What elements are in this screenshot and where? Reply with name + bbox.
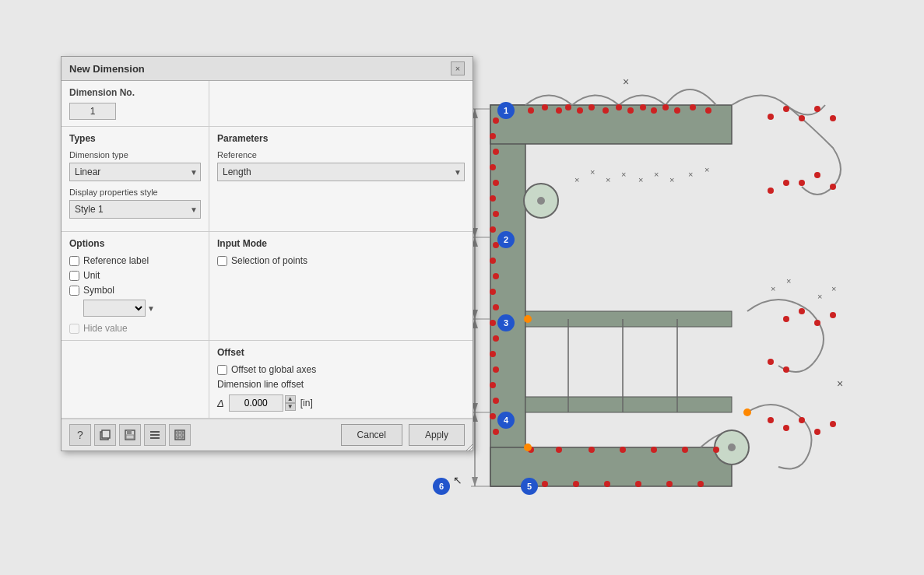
svg-rect-133	[150, 434, 160, 436]
svg-line-141	[469, 447, 473, 451]
hide-value-cb-text: Hide value	[83, 323, 128, 334]
symbol-checkbox-row[interactable]: Symbol	[69, 285, 201, 296]
new-dimension-dialog: New Dimension × Dimension No. 1 Types Di…	[61, 56, 473, 451]
reference-select[interactable]: Length Angle Radius	[217, 163, 465, 181]
svg-point-54	[490, 351, 496, 357]
svg-point-96	[743, 408, 751, 416]
hide-value-checkbox-row[interactable]: Hide value	[69, 323, 201, 334]
svg-rect-5	[525, 397, 732, 412]
offset-spinner: ▲ ▼	[285, 395, 296, 411]
svg-point-49	[493, 273, 499, 279]
svg-text:×: ×	[831, 284, 836, 293]
dimension-no-label: Dimension No.	[69, 87, 201, 98]
hide-value-checkbox[interactable]	[69, 324, 79, 334]
params-section: Parameters Reference Length Angle Radius…	[209, 127, 473, 231]
offset-header: Offset	[217, 347, 465, 358]
offset-global-cb-text: Offset to global axes	[231, 364, 316, 375]
svg-point-59	[493, 429, 499, 435]
dialog-close-button[interactable]: ×	[451, 61, 465, 75]
svg-point-86	[830, 312, 836, 318]
svg-rect-2	[490, 105, 732, 144]
svg-text:5: 5	[527, 482, 532, 491]
unit-checkbox-row[interactable]: Unit	[69, 270, 201, 281]
svg-point-37	[690, 104, 696, 110]
list-button[interactable]	[144, 424, 166, 446]
reference-label-cb-text: Reference label	[83, 255, 149, 266]
svg-point-70	[682, 447, 688, 453]
svg-rect-128	[102, 430, 110, 438]
svg-line-140	[466, 444, 473, 451]
svg-point-79	[814, 172, 820, 178]
svg-point-34	[651, 107, 657, 114]
svg-text:×: ×	[786, 276, 791, 286]
svg-text:↖: ↖	[453, 474, 462, 486]
svg-point-45	[493, 211, 499, 217]
types-section: Types Dimension type Linear Angular Radi…	[61, 127, 209, 231]
svg-point-21	[537, 197, 545, 205]
apply-button[interactable]: Apply	[409, 424, 465, 446]
svg-point-39	[493, 117, 499, 124]
svg-point-74	[783, 106, 789, 112]
reference-label-checkbox-row[interactable]: Reference label	[69, 255, 201, 266]
symbol-dropdown: ▼	[83, 300, 201, 317]
dim-type-label: Dimension type	[69, 150, 201, 160]
svg-point-46	[490, 226, 496, 233]
svg-point-81	[768, 188, 774, 194]
svg-point-47	[493, 242, 499, 248]
dimension-no-section: Dimension No. 1	[61, 81, 209, 126]
reference-label-checkbox[interactable]	[69, 256, 79, 266]
resize-handle[interactable]	[463, 441, 473, 451]
offset-spinner-up[interactable]: ▲	[285, 395, 296, 403]
svg-point-91	[799, 417, 805, 423]
selection-points-checkbox[interactable]	[217, 256, 227, 266]
offset-global-checkbox-row[interactable]: Offset to global axes	[217, 364, 465, 375]
svg-rect-137	[181, 432, 183, 434]
svg-rect-136	[177, 432, 179, 434]
delta-symbol: Δ	[217, 398, 224, 409]
dim-line-offset-input[interactable]	[229, 394, 283, 412]
svg-point-57	[493, 398, 499, 404]
dimension-no-value[interactable]: 1	[69, 103, 116, 120]
offset-spinner-down[interactable]: ▼	[285, 403, 296, 411]
engineering-drawing: ×	[413, 62, 919, 560]
screen-button[interactable]	[169, 424, 191, 446]
svg-text:×: ×	[669, 175, 674, 184]
svg-text:×: ×	[638, 175, 643, 184]
types-header: Types	[69, 133, 201, 144]
copy-button[interactable]	[94, 424, 116, 446]
svg-point-62	[556, 447, 562, 453]
save-button[interactable]	[119, 424, 141, 446]
svg-point-29	[588, 104, 595, 110]
svg-point-77	[830, 115, 836, 121]
svg-point-64	[588, 447, 595, 453]
svg-point-38	[705, 107, 711, 114]
offset-global-checkbox[interactable]	[217, 365, 227, 375]
dimension-no-right-panel	[209, 81, 473, 126]
types-params-row: Types Dimension type Linear Angular Radi…	[61, 127, 473, 232]
dialog-body: Dimension No. 1 Types Dimension type Lin…	[61, 81, 473, 419]
offset-content: Offset Offset to global axes Dimension l…	[209, 341, 473, 418]
dialog-title: New Dimension	[69, 63, 145, 75]
symbol-checkbox[interactable]	[69, 286, 79, 296]
display-props-select-wrapper: Style 1 Style 2 Style 3 ▼	[69, 200, 201, 219]
svg-text:×: ×	[654, 170, 659, 179]
selection-points-checkbox-row[interactable]: Selection of points	[217, 255, 465, 266]
symbol-dropdown-select[interactable]	[83, 300, 146, 317]
help-button[interactable]: ?	[69, 424, 91, 446]
cancel-button[interactable]: Cancel	[341, 424, 402, 446]
options-header: Options	[69, 238, 201, 249]
svg-point-52	[490, 320, 496, 326]
svg-point-53	[493, 335, 499, 342]
svg-point-63	[573, 481, 579, 487]
svg-point-28	[577, 107, 583, 114]
svg-text:×: ×	[817, 292, 822, 301]
dim-line-offset-row: Δ ▲ ▼ [in]	[217, 394, 465, 412]
unit-checkbox[interactable]	[69, 271, 79, 281]
svg-point-95	[524, 444, 532, 451]
svg-point-83	[783, 316, 789, 322]
display-props-select[interactable]: Style 1 Style 2 Style 3	[69, 200, 201, 219]
svg-rect-4	[525, 311, 732, 327]
dim-type-select[interactable]: Linear Angular Radial	[69, 163, 201, 181]
svg-rect-139	[181, 436, 183, 438]
svg-point-31	[616, 104, 622, 110]
